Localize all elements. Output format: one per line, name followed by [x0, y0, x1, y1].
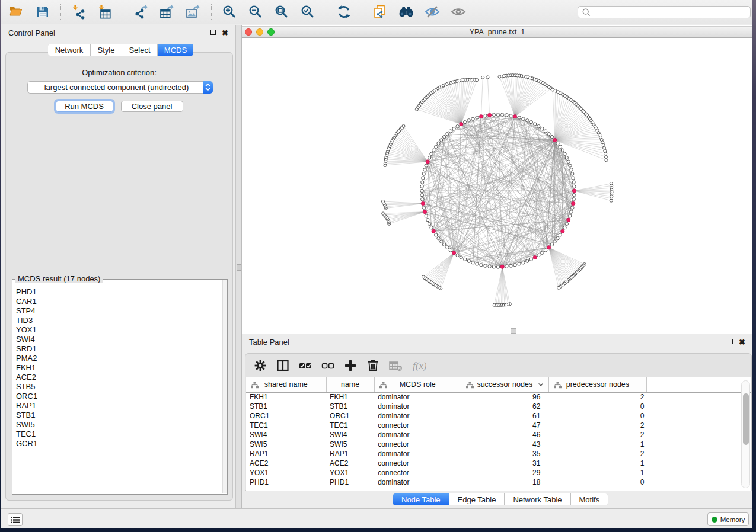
ring-node[interactable]	[425, 164, 428, 167]
column-header-predecessor-nodes[interactable]: predecessor nodes	[548, 377, 646, 392]
cell-mcds-role[interactable]: dominator	[374, 402, 461, 411]
leaf-node[interactable]	[493, 303, 496, 306]
cell-shared-name[interactable]: PHD1	[246, 477, 326, 487]
control-panel-float-button[interactable]	[210, 29, 216, 36]
mcds-node[interactable]	[488, 113, 492, 117]
ring-node[interactable]	[526, 119, 529, 122]
cell-shared-name[interactable]: YOX1	[246, 468, 326, 477]
cell-predecessor-nodes[interactable]: 2	[548, 392, 646, 402]
cell-successor-nodes[interactable]: 31	[461, 459, 548, 468]
mcds-node[interactable]	[426, 160, 429, 164]
cell-shared-name[interactable]: ACE2	[246, 459, 326, 468]
panel-splitter[interactable]	[235, 25, 242, 508]
table-row[interactable]: FKH1FKH1dominator962	[246, 392, 647, 402]
ring-node[interactable]	[534, 123, 537, 126]
show-columns-icon[interactable]	[272, 358, 294, 373]
delete-columns-icon[interactable]	[362, 358, 384, 373]
ring-node[interactable]	[544, 249, 547, 252]
search-field[interactable]	[578, 6, 751, 18]
ring-node[interactable]	[456, 125, 459, 128]
leaf-node[interactable]	[402, 124, 405, 127]
hide-panel-icon[interactable]	[421, 2, 444, 21]
mcds-result-item[interactable]: CAR1	[16, 297, 37, 306]
ring-node[interactable]	[476, 116, 479, 119]
cell-predecessor-nodes[interactable]: 1	[548, 468, 646, 477]
cell-mcds-role[interactable]: connector	[374, 468, 461, 477]
ring-node[interactable]	[428, 156, 431, 159]
cell-successor-nodes[interactable]: 18	[461, 477, 548, 487]
tab-select[interactable]: Select	[122, 44, 158, 56]
cell-shared-name[interactable]: RAP1	[246, 449, 326, 459]
ring-node[interactable]	[471, 261, 474, 264]
column-header-name[interactable]: name	[326, 377, 374, 392]
ring-node[interactable]	[421, 181, 424, 184]
ring-node[interactable]	[422, 177, 425, 180]
ring-node[interactable]	[559, 233, 562, 236]
mcds-node[interactable]	[533, 255, 537, 259]
leaf-node[interactable]	[381, 200, 384, 203]
ring-node[interactable]	[501, 113, 504, 116]
ring-node[interactable]	[432, 149, 435, 152]
table-panel-float-button[interactable]	[728, 338, 733, 345]
panel-splitter-handle[interactable]	[237, 264, 241, 271]
ring-node[interactable]	[573, 194, 576, 197]
zoom-out-icon[interactable]	[244, 2, 267, 21]
leaf-node[interactable]	[486, 76, 489, 79]
cell-mcds-role[interactable]: dominator	[374, 449, 461, 459]
ring-node[interactable]	[492, 265, 495, 268]
ring-node[interactable]	[547, 133, 550, 136]
mcds-node[interactable]	[572, 201, 575, 205]
ring-node[interactable]	[421, 198, 424, 201]
ring-node[interactable]	[567, 160, 570, 163]
ring-node[interactable]	[440, 240, 443, 243]
cell-predecessor-nodes[interactable]: 2	[548, 430, 646, 440]
table-row[interactable]: SWI5SWI5connector431	[246, 440, 647, 449]
find-icon[interactable]	[395, 2, 417, 21]
mcds-node[interactable]	[553, 138, 557, 142]
cell-predecessor-nodes[interactable]: 0	[548, 402, 646, 411]
cell-name[interactable]: RAP1	[326, 449, 374, 459]
unselect-all-columns-icon[interactable]	[317, 358, 339, 373]
ring-node[interactable]	[529, 121, 532, 124]
cell-successor-nodes[interactable]: 96	[461, 392, 548, 402]
ring-node[interactable]	[571, 206, 574, 209]
cell-successor-nodes[interactable]: 29	[461, 468, 548, 477]
tab-edge-table[interactable]: Edge Table	[449, 493, 505, 505]
ring-node[interactable]	[488, 265, 491, 268]
ring-node[interactable]	[563, 226, 566, 229]
cell-successor-nodes[interactable]: 46	[461, 430, 548, 440]
cell-successor-nodes[interactable]: 35	[461, 449, 548, 459]
open-session-icon[interactable]	[5, 2, 28, 21]
mcds-node[interactable]	[572, 189, 576, 193]
tab-motifs[interactable]: Motifs	[571, 493, 608, 505]
table-row[interactable]: ACE2ACE2connector311	[246, 459, 647, 468]
cell-mcds-role[interactable]: connector	[374, 440, 461, 449]
cell-predecessor-nodes[interactable]: 1	[548, 440, 646, 449]
cell-predecessor-nodes[interactable]: 0	[548, 477, 646, 487]
cell-predecessor-nodes[interactable]: 1	[548, 459, 646, 468]
table-row[interactable]: SWI4SWI4dominator462	[246, 430, 647, 440]
ring-node[interactable]	[422, 206, 425, 209]
mcds-result-item[interactable]: ORC1	[16, 392, 37, 401]
mcds-result-item[interactable]: TID3	[16, 316, 37, 325]
mcds-node[interactable]	[500, 265, 504, 268]
mcds-node[interactable]	[547, 246, 551, 249]
leaf-node[interactable]	[604, 149, 607, 152]
ring-node[interactable]	[484, 264, 487, 267]
ring-node[interactable]	[550, 243, 553, 246]
cell-mcds-role[interactable]: dominator	[374, 392, 461, 402]
ring-node[interactable]	[430, 226, 433, 229]
table-row[interactable]: PHD1PHD1dominator180	[246, 477, 647, 487]
cell-name[interactable]: SWI5	[326, 440, 374, 449]
ring-node[interactable]	[480, 264, 483, 267]
show-panel-icon[interactable]	[447, 2, 470, 21]
ring-node[interactable]	[541, 251, 544, 254]
ring-node[interactable]	[522, 117, 525, 120]
cell-shared-name[interactable]: ORC1	[246, 411, 326, 421]
ring-node[interactable]	[476, 262, 479, 265]
ring-node[interactable]	[509, 114, 512, 117]
ring-node[interactable]	[440, 139, 443, 142]
ring-node[interactable]	[496, 265, 499, 268]
mcds-node[interactable]	[421, 201, 425, 205]
table-row[interactable]: STB1STB1dominator620	[246, 402, 647, 411]
